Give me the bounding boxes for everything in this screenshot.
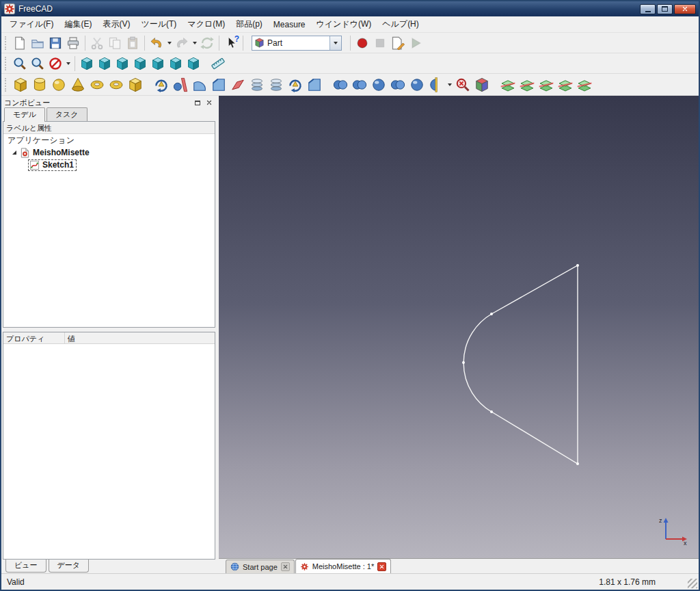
tab-view-properties[interactable]: ビュー — [5, 560, 46, 573]
section-dropdown-arrow[interactable] — [446, 77, 453, 93]
workbench-selector[interactable]: Part — [252, 36, 342, 51]
titlebar[interactable]: FreeCAD — [1, 1, 699, 16]
part-compound-icon[interactable] — [331, 75, 350, 94]
menu-view[interactable]: 表示(V) — [97, 16, 135, 33]
expander-icon[interactable] — [12, 150, 16, 155]
top-view-icon[interactable] — [113, 55, 131, 73]
combo-view-titlebar[interactable]: コンボビュー — [3, 97, 215, 108]
close-button[interactable] — [674, 4, 696, 14]
part-booleanfragments-icon[interactable] — [556, 75, 575, 94]
redo-icon[interactable] — [173, 34, 191, 52]
part-defeaturing-icon[interactable] — [472, 75, 492, 94]
save-icon[interactable] — [46, 34, 64, 52]
redo-dropdown-arrow[interactable] — [191, 35, 198, 51]
part-cylinder-icon[interactable] — [30, 75, 49, 94]
part-union-icon[interactable] — [388, 75, 407, 94]
separator — [243, 36, 243, 51]
zoom-icon[interactable] — [29, 55, 46, 73]
cut-icon[interactable] — [88, 34, 106, 52]
toolbar-grip[interactable] — [5, 36, 8, 50]
part-crosssections-icon[interactable] — [498, 75, 517, 94]
status-bar: Valid 1.81 x 1.76 mm — [1, 573, 699, 590]
print-icon[interactable] — [64, 34, 82, 52]
open-file-icon[interactable] — [29, 34, 46, 52]
whats-this-icon[interactable]: ? — [222, 34, 240, 52]
part-sliceapart-icon[interactable] — [537, 75, 556, 94]
tab-start-page[interactable]: Start page — [226, 560, 295, 573]
rear-view-icon[interactable] — [149, 55, 167, 73]
menu-tools[interactable]: ツール(T) — [135, 16, 182, 33]
left-view-icon[interactable] — [185, 55, 202, 73]
toolbar-grip[interactable] — [5, 78, 8, 92]
refresh-icon[interactable] — [198, 34, 216, 52]
part-offset-icon[interactable] — [305, 75, 324, 94]
part-fillet-icon[interactable] — [190, 75, 209, 94]
part-makeface-icon[interactable] — [228, 75, 247, 94]
document-tabs: Start page MeishoMisette : 1* — [219, 558, 699, 573]
part-torus-icon[interactable] — [88, 75, 107, 94]
macro-edit-icon[interactable] — [389, 34, 407, 52]
undo-dropdown-arrow[interactable] — [165, 35, 173, 51]
macro-record-icon[interactable] — [353, 34, 371, 52]
part-common-icon[interactable] — [407, 75, 427, 94]
part-box-icon[interactable] — [11, 75, 30, 94]
viewport-3d[interactable]: z x — [219, 96, 699, 558]
fit-all-icon[interactable] — [11, 55, 29, 73]
draw-style-icon[interactable] — [46, 55, 64, 73]
workbench-dropdown-arrow[interactable] — [329, 36, 341, 50]
menu-window[interactable]: ウインドウ(W) — [311, 16, 377, 33]
bottom-view-icon[interactable] — [167, 55, 185, 73]
toolbar-standard: ? Part — [1, 33, 699, 53]
menu-macro[interactable]: マクロ(M) — [182, 16, 230, 33]
front-view-icon[interactable] — [96, 55, 113, 73]
part-sweep-icon[interactable] — [286, 75, 305, 94]
tab-data-properties[interactable]: データ — [49, 560, 90, 573]
float-panel-button[interactable] — [193, 98, 202, 107]
part-tube-icon[interactable] — [107, 75, 126, 94]
macro-play-icon[interactable] — [407, 34, 425, 52]
part-slice-icon[interactable] — [517, 75, 537, 94]
part-revolve-icon[interactable] — [152, 75, 171, 94]
part-cut-icon[interactable] — [369, 75, 388, 94]
menu-file[interactable]: ファイル(F) — [4, 16, 59, 33]
undo-icon[interactable] — [148, 34, 165, 52]
part-ruledsurface-icon[interactable] — [247, 75, 267, 94]
copy-icon[interactable] — [106, 34, 124, 52]
minimize-button[interactable] — [640, 4, 656, 14]
tab-task[interactable]: タスク — [46, 107, 88, 121]
close-panel-button[interactable] — [204, 98, 214, 107]
part-loft-icon[interactable] — [267, 75, 286, 94]
macro-stop-icon[interactable] — [371, 34, 389, 52]
part-boolean-icon[interactable] — [350, 75, 369, 94]
part-shapebuilder-icon[interactable] — [126, 75, 145, 94]
draw-style-dropdown-arrow[interactable] — [64, 55, 72, 72]
close-start-page-icon[interactable] — [281, 562, 290, 571]
part-explode-icon[interactable] — [575, 75, 594, 94]
menu-edit[interactable]: 編集(E) — [59, 16, 97, 33]
resize-grip[interactable] — [688, 579, 697, 588]
tree-item-sketch[interactable]: Sketch1 — [3, 159, 215, 171]
menu-help[interactable]: ヘルプ(H) — [377, 16, 425, 33]
sketch-icon — [29, 160, 40, 170]
tab-model[interactable]: モデル — [4, 107, 45, 122]
maximize-button[interactable] — [657, 4, 673, 14]
measure-icon[interactable] — [209, 55, 227, 73]
menu-measure[interactable]: Measure — [268, 17, 311, 32]
axonometric-view-icon[interactable] — [78, 55, 96, 73]
part-checkgeometry-icon[interactable] — [453, 75, 472, 94]
toolbar-grip[interactable] — [5, 57, 8, 70]
close-document-icon[interactable] — [377, 562, 386, 571]
part-mirror-icon[interactable] — [171, 75, 190, 94]
paste-icon[interactable] — [124, 34, 142, 52]
right-view-icon[interactable] — [131, 55, 149, 73]
menu-part[interactable]: 部品(p) — [230, 16, 268, 33]
part-chamfer-icon[interactable] — [209, 75, 228, 94]
tab-document[interactable]: MeishoMisette : 1* — [295, 559, 391, 573]
part-sphere-icon[interactable] — [49, 75, 68, 94]
part-cone-icon[interactable] — [68, 75, 88, 94]
new-document-icon[interactable] — [11, 34, 29, 52]
part-section-icon[interactable] — [427, 75, 446, 94]
tree-item-application[interactable]: アプリケーション — [3, 134, 215, 146]
document-label: MeishoMisette — [33, 148, 90, 157]
tree-item-document[interactable]: MeishoMisette — [3, 146, 215, 159]
